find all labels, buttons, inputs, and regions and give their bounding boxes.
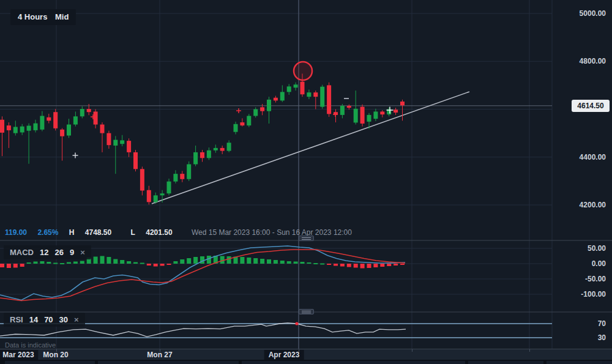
macd-axis-label: -50.00 [551, 275, 606, 283]
candle-body [60, 130, 64, 136]
macd-histogram-bar [7, 264, 11, 268]
macd-histogram-bar [340, 264, 345, 267]
candle-body [253, 110, 258, 116]
macd-histogram-bar [0, 264, 4, 267]
macd-histogram-bar [53, 263, 58, 264]
candle-body [160, 193, 165, 195]
time-axis-label: Apr 2023 [264, 350, 304, 360]
candle-body [267, 100, 271, 111]
macd-histogram-bar [347, 264, 351, 267]
candle-body [47, 117, 51, 121]
macd-histogram-bar [147, 264, 151, 266]
trendline-annotation[interactable] [152, 92, 469, 204]
candle-body [127, 141, 131, 152]
current-price-tag: 4614.50 [572, 100, 610, 112]
macd-histogram-bar [160, 264, 165, 266]
price-mode-button[interactable]: Mid [48, 9, 76, 25]
macd-histogram-bar [27, 262, 31, 264]
macd-histogram-bar [294, 262, 298, 264]
candle-body [394, 110, 398, 113]
candle-body [234, 124, 238, 132]
macd-indicator-label: MACD12269× [4, 245, 91, 259]
candle-body [120, 140, 124, 144]
candle-body [320, 87, 324, 107]
close-icon[interactable]: × [74, 315, 79, 324]
candle-body [214, 148, 218, 150]
rsi-dot [295, 322, 298, 325]
macd-histogram-bar [80, 261, 84, 264]
candle-body [227, 143, 231, 150]
candle-body [113, 140, 118, 146]
candle-body [94, 111, 98, 124]
change-percent: 2.65% [37, 228, 58, 237]
time-axis-tick [160, 349, 160, 352]
macd-histogram-bar [287, 261, 291, 264]
indicator-param: 30 [59, 315, 68, 324]
macd-histogram-bar [387, 264, 391, 266]
candle-body [13, 127, 18, 133]
bottom-strip-segment [242, 361, 465, 364]
macd-histogram-bar [354, 264, 358, 268]
macd-histogram-bar [60, 263, 64, 264]
candle-body [274, 98, 278, 101]
candle-body [7, 125, 11, 130]
macd-histogram-bar [180, 259, 184, 264]
candle-body [367, 115, 371, 122]
candle-body [347, 106, 351, 108]
candle-body [187, 164, 191, 179]
candle-body [260, 107, 264, 111]
candle-body [167, 182, 171, 194]
macd-histogram-bar [154, 264, 158, 267]
candle-body [340, 106, 345, 115]
candle-body [87, 109, 91, 112]
candle-body [154, 195, 158, 202]
candle-body [34, 124, 38, 130]
macd-histogram-bar [100, 256, 105, 264]
candle-body [147, 190, 151, 202]
price-axis-label: 4400.00 [551, 153, 606, 162]
macd-histogram-bar [320, 264, 324, 265]
candle-body [207, 150, 211, 158]
macd-histogram-bar [313, 263, 318, 264]
candle-body [73, 116, 78, 124]
bottom-strip-segment [468, 361, 543, 364]
circle-annotation[interactable] [294, 62, 312, 80]
macd-histogram-bar [227, 256, 231, 264]
candle-body [287, 86, 291, 92]
change-value: 119.00 [5, 228, 27, 237]
candle-body [67, 125, 71, 136]
candle-body [193, 152, 198, 165]
panel-resize-handle[interactable] [299, 309, 314, 314]
candle-body [20, 127, 24, 133]
candle-body [307, 92, 311, 97]
time-axis: Mar 2023Mon 20Mon 27Apr 2023 [0, 349, 612, 360]
macd-histogram-bar [13, 264, 18, 268]
candle-body [327, 85, 331, 114]
macd-axis-label: -100.00 [551, 290, 606, 299]
macd-histogram-bar [113, 259, 118, 264]
macd-histogram-bar [280, 261, 285, 264]
candle-body [313, 92, 318, 97]
panel-resize-handle[interactable] [299, 236, 314, 241]
macd-histogram-bar [307, 262, 311, 264]
price-axis-label: 4800.00 [551, 57, 606, 65]
indicator-param: 9 [70, 248, 74, 257]
candle-body [200, 152, 204, 158]
indicator-param: 12 [40, 248, 48, 257]
macd-histogram-bar [394, 264, 398, 266]
macd-histogram-bar [133, 262, 138, 264]
macd-histogram-bar [380, 264, 384, 267]
bottom-strip-segment [98, 361, 239, 364]
candle-body [173, 174, 177, 182]
time-axis-tick [529, 349, 530, 352]
bottom-strip-segment [5, 361, 95, 364]
time-axis-tick [412, 349, 412, 352]
indicator-param: 70 [44, 315, 53, 324]
candle-body [354, 109, 358, 123]
macd-histogram-bar [327, 264, 331, 265]
price-axis-label: 5000.00 [551, 9, 606, 18]
macd-histogram-bar [267, 259, 271, 264]
macd-histogram-bar [367, 264, 371, 268]
candle-body [106, 133, 111, 146]
close-icon[interactable]: × [80, 248, 85, 257]
